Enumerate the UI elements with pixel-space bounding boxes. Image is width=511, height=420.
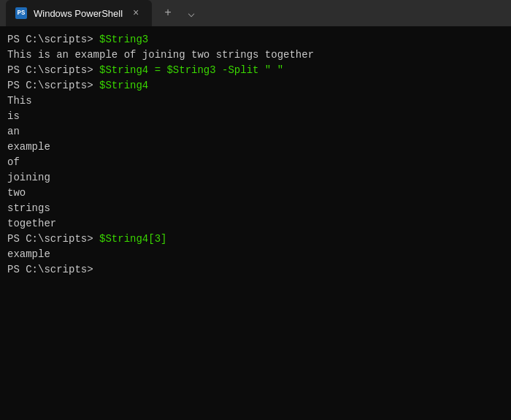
terminal-line: strings [7, 201, 504, 216]
output-text: example [7, 140, 50, 155]
terminal-line: PS C:\scripts> [7, 262, 504, 278]
output-text: joining [7, 170, 50, 186]
active-tab[interactable]: PS Windows PowerShell × [6, 0, 152, 26]
output-text: is [7, 109, 20, 124]
command-text: $String4 [99, 78, 148, 93]
terminal-line: two [7, 186, 504, 201]
title-bar: PS Windows PowerShell × + ⌵ [0, 0, 511, 26]
terminal-line: together [7, 216, 504, 232]
terminal-line: PS C:\scripts> $String4 [7, 78, 504, 93]
output-text: two [7, 186, 26, 201]
tab-close-button[interactable]: × [128, 6, 143, 20]
prompt-text: PS C:\scripts> [7, 232, 99, 247]
command-text: $String4[3] [99, 232, 166, 247]
terminal-line: is [7, 109, 504, 124]
terminal-line: PS C:\scripts> $String3 [7, 32, 504, 47]
output-text: together [7, 216, 56, 232]
terminal-line: of [7, 155, 504, 170]
output-text: strings [7, 201, 50, 216]
prompt-text: PS C:\scripts> [7, 63, 99, 78]
prompt-text: PS C:\scripts> [7, 32, 99, 47]
command-text: $String3 [99, 32, 148, 47]
powershell-icon: PS [15, 7, 28, 20]
terminal-line: example [7, 140, 504, 155]
output-text: of [7, 155, 20, 170]
new-tab-button[interactable]: + [158, 3, 178, 23]
terminal-line: example [7, 247, 504, 262]
terminal-line: an [7, 124, 504, 140]
tab-title: Windows PowerShell [34, 8, 123, 19]
output-text: example [7, 247, 50, 262]
output-text: This [7, 93, 32, 109]
terminal-line: joining [7, 170, 504, 186]
tab-area: PS Windows PowerShell × + ⌵ [6, 0, 505, 26]
terminal-line: This [7, 93, 504, 109]
output-text: This is an example of joining two string… [7, 47, 314, 63]
tab-controls: + ⌵ [152, 3, 207, 23]
command-text: $String4 = $String3 -Split " " [99, 63, 283, 78]
terminal-line: PS C:\scripts> $String4 = $String3 -Spli… [7, 63, 504, 78]
terminal-line: PS C:\scripts> $String4[3] [7, 232, 504, 247]
terminal-body[interactable]: PS C:\scripts> $String3This is an exampl… [0, 26, 511, 420]
output-text: an [7, 124, 20, 140]
terminal-line: This is an example of joining two string… [7, 47, 504, 63]
tab-dropdown-button[interactable]: ⌵ [181, 3, 201, 23]
prompt-text: PS C:\scripts> [7, 262, 99, 278]
prompt-text: PS C:\scripts> [7, 78, 99, 93]
